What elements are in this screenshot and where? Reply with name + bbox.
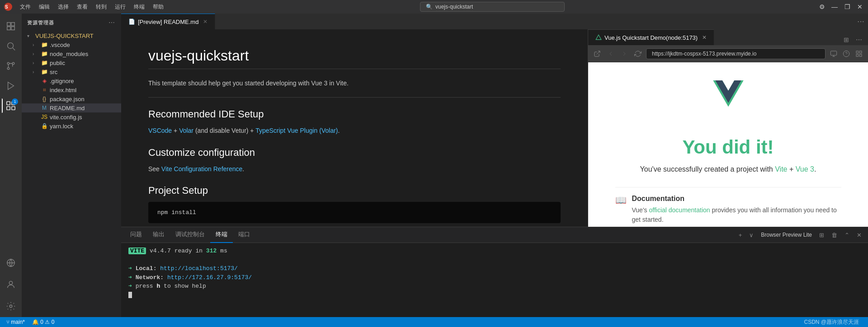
settings-sync-icon[interactable]: ⚙ [817,3,826,10]
vite-link[interactable]: Vite [775,165,787,173]
vite-config-label: vite.config.js [50,114,82,121]
statusbar-branch[interactable]: ⑂ main* [4,319,28,325]
tree-item-vscode[interactable]: › 📁 .vscode [22,40,121,49]
menu-view[interactable]: 查看 [73,1,91,13]
node-modules-label: node_modules [50,51,88,57]
vue-app: You did it! You've successfully created … [588,62,868,227]
menu-terminal[interactable]: 终端 [130,1,148,13]
menu-edit[interactable]: 编辑 [35,1,53,13]
vue-heading: You did it! [682,136,774,158]
panel-tab-output[interactable]: 输出 [147,227,170,243]
new-terminal-icon[interactable]: + [736,230,745,240]
browser-viewport: You did it! You've successfully created … [588,62,868,227]
menu-bar: 文件 编辑 选择 查看 转到 运行 终端 帮助 [16,1,167,13]
activity-explorer[interactable] [2,17,20,35]
search-box[interactable]: 🔍 vuejs-quickstart [420,2,565,12]
panel-delete-icon[interactable]: 🗑 [829,230,840,240]
activity-extensions[interactable]: 1 [2,97,20,115]
tree-item-gitignore[interactable]: › ◈ .gitignore [22,76,121,85]
official-docs-link[interactable]: official documentation [649,206,710,214]
docs-item: 📖 Documentation Vue's official documenta… [615,187,841,227]
tree-item-src[interactable]: › 📁 src [22,67,121,76]
sidebar: 资源管理器 ⋯ ▾ VUEJS-QUICKSTART › 📁 .vscode ›… [22,14,121,317]
vue-logo [701,80,755,127]
menu-file[interactable]: 文件 [16,1,34,13]
split-editor-icon[interactable]: ⊞ [841,34,852,45]
browser-help-icon[interactable] [841,48,852,59]
activity-remote[interactable] [2,254,20,272]
menu-help[interactable]: 帮助 [149,1,167,13]
panel-split-icon[interactable]: ∨ [746,230,756,240]
window-close-icon[interactable]: ✕ [855,3,864,10]
json-file-icon: {} [41,95,48,103]
readme-h2-setup: Project Setup [148,185,561,196]
search-value: vuejs-quickstart [435,4,473,10]
svg-point-17 [9,281,12,285]
external-link-icon[interactable] [592,48,603,59]
activity-settings[interactable] [2,297,20,315]
tabs-more-icon[interactable]: ⋯ [854,14,868,29]
tree-root[interactable]: ▾ VUEJS-QUICKSTART [22,32,121,40]
vue-subtitle-prefix: You've successfully created a project wi… [640,165,775,173]
browser-tab-vue[interactable]: Vue.js Quickstart Demo(node:5173) ✕ [588,29,714,45]
src-chevron-icon: › [33,70,39,75]
browser-tab-close-icon[interactable]: ✕ [702,34,707,41]
browser-open-devtools-icon[interactable] [828,48,839,59]
svg-text:S: S [5,5,8,9]
svg-point-18 [9,305,12,308]
browser-back-icon[interactable] [605,48,616,59]
html-file-icon: ⌗ [41,86,48,93]
panel-maximize-icon[interactable]: ⌃ [842,230,852,240]
menu-run[interactable]: 运行 [111,1,129,13]
panel-tab-problems[interactable]: 问题 [125,227,147,243]
code-npm-install: npm install [148,202,561,223]
svg-rect-27 [859,51,862,53]
tree-item-yarn-lock[interactable]: › 🔒 yarn.lock [22,121,121,131]
gitignore-label: .gitignore [50,78,74,84]
panel-layout-icon[interactable]: ⊞ [816,230,827,240]
activity-account[interactable] [2,276,20,294]
vscode-link[interactable]: VSCode [148,127,172,134]
tree-item-index-html[interactable]: › ⌗ index.html [22,85,121,94]
browser-forward-icon[interactable] [619,48,630,59]
browser-panel: Vue.js Quickstart Demo(node:5173) ✕ ⊞ ⋯ [588,29,868,227]
volar-link[interactable]: Volar [179,127,193,134]
tree-item-package-json[interactable]: › {} package.json [22,94,121,103]
vue3-link[interactable]: Vue 3 [796,165,814,173]
window-minimize-icon[interactable]: — [830,3,839,10]
panel-tab-debug-console[interactable]: 调试控制台 [170,227,210,243]
tree-item-readme[interactable]: › M README.md [22,103,121,112]
tab-close-icon[interactable]: ✕ [203,19,208,25]
activity-search[interactable] [2,37,20,55]
panel-tab-ports[interactable]: 端口 [233,227,255,243]
readme-h2-config: Customize configuration [148,147,561,159]
vue-docs-section: 📖 Documentation Vue's official documenta… [615,187,841,227]
browser-refresh-icon[interactable] [632,48,643,59]
menu-goto[interactable]: 转到 [92,1,110,13]
tree-item-vite-config[interactable]: › JS vite.config.js [22,112,121,121]
activity-source-control[interactable] [2,57,20,75]
tab-readme-preview[interactable]: 📄 [Preview] README.md ✕ [121,14,215,29]
panel-tab-terminal[interactable]: 终端 [210,227,233,243]
readme-intro: This template should help get you starte… [148,78,561,88]
tree-item-public[interactable]: › 📁 public [22,58,121,67]
terminal-cursor-line [128,291,861,300]
vite-config-link[interactable]: Vite Configuration Reference [161,165,243,173]
ts-plugin-link[interactable]: TypeScript Vue Plugin (Volar) [255,127,338,134]
svg-rect-5 [11,27,14,30]
more-actions-icon[interactable]: ⋯ [854,34,864,45]
tree-item-node-modules[interactable]: › 📁 node_modules [22,49,121,58]
activity-run-debug[interactable] [2,77,20,95]
browser-tab-actions: ⊞ ⋯ [837,34,868,45]
window-restore-icon[interactable]: ❐ [843,3,852,10]
statusbar-errors[interactable]: 🔔 0 ⚠ 0 [29,319,57,325]
browser-grid-icon[interactable] [854,48,864,59]
titlebar: S 文件 编辑 选择 查看 转到 运行 终端 帮助 🔍 vuejs-quicks… [0,0,868,14]
svg-rect-14 [7,107,10,110]
new-file-icon[interactable]: ⋯ [108,18,116,27]
browser-toolbar: https://ljkdtm-cospsx-5173.preview.myide… [588,45,868,62]
browser-url-bar[interactable]: https://ljkdtm-cospsx-5173.preview.myide… [646,48,826,59]
menu-select[interactable]: 选择 [54,1,72,13]
app-logo: S [4,2,13,11]
panel-close-icon[interactable]: ✕ [854,230,864,240]
